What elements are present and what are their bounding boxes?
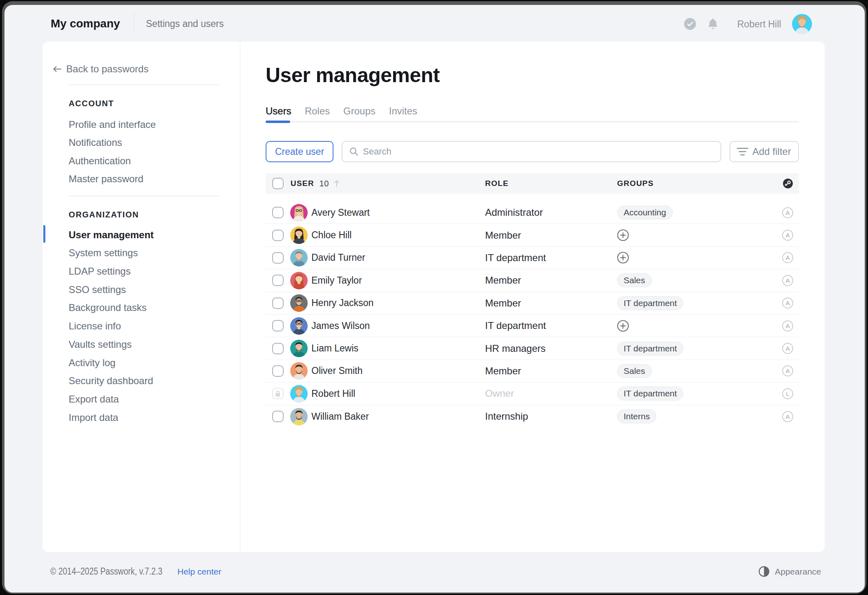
user-name[interactable]: Emily Taylor — [311, 275, 362, 286]
row-checkbox[interactable] — [272, 207, 284, 218]
status-check-icon[interactable] — [684, 18, 696, 30]
table-row[interactable]: Henry JacksonMemberIT departmentA — [266, 292, 799, 315]
add-group-icon[interactable] — [617, 252, 629, 264]
user-role: Member — [485, 298, 521, 309]
table-row[interactable]: Emily TaylorMemberSalesA — [266, 269, 799, 292]
table-row[interactable]: James WilsonIT departmentA — [266, 315, 799, 337]
user-role: IT department — [485, 252, 546, 264]
group-chip[interactable]: IT department — [617, 342, 683, 356]
notifications-bell-icon[interactable] — [707, 17, 719, 30]
back-label: Back to passwords — [66, 63, 148, 75]
sidebar-item-master-password[interactable]: Master password — [69, 173, 143, 185]
table-row[interactable]: Avery StewartAdministratorAccountingA — [266, 201, 799, 224]
tab-invites[interactable]: Invites — [389, 105, 417, 118]
search-input[interactable]: Search — [342, 141, 721, 162]
active-item-indicator — [43, 225, 45, 243]
group-chip[interactable]: Sales — [617, 273, 652, 287]
add-filter-button[interactable]: Add filter — [729, 141, 799, 162]
user-name[interactable]: Henry Jackson — [311, 298, 374, 309]
user-avatar — [290, 317, 308, 335]
column-role[interactable]: ROLE — [485, 179, 509, 188]
user-groups: IT department — [617, 342, 683, 356]
window-frame: My company Settings and users Robert Hil… — [2, 1, 866, 594]
row-checkbox[interactable] — [272, 275, 284, 286]
back-to-passwords-link[interactable]: Back to passwords — [53, 63, 148, 75]
page-title: User management — [266, 63, 440, 87]
add-group-icon[interactable] — [617, 229, 629, 241]
group-chip[interactable]: IT department — [617, 296, 683, 310]
topbar-avatar[interactable] — [792, 14, 812, 34]
sidebar-item-profile-and-interface[interactable]: Profile and interface — [69, 119, 156, 130]
user-avatar — [290, 385, 308, 403]
user-name[interactable]: David Turner — [311, 252, 365, 263]
group-chip[interactable]: Interns — [617, 409, 656, 423]
user-groups: IT department — [617, 387, 683, 400]
table-row[interactable]: Liam LewisHR managersIT departmentA — [266, 337, 799, 360]
sidebar-item-user-management[interactable]: User management — [69, 229, 154, 241]
user-name[interactable]: Liam Lewis — [311, 343, 358, 354]
sidebar-item-vaults-settings[interactable]: Vaults settings — [69, 339, 132, 350]
auth-type-badge: A — [782, 252, 793, 263]
group-chip[interactable]: IT department — [617, 387, 683, 400]
topbar-username[interactable]: Robert Hill — [737, 19, 781, 30]
sidebar-item-security-dashboard[interactable]: Security dashboard — [69, 375, 153, 387]
table-row[interactable]: Robert HillOwnerIT departmentL — [266, 382, 799, 405]
table-body: Avery StewartAdministratorAccountingAChl… — [266, 201, 799, 428]
group-chip[interactable]: Accounting — [617, 206, 673, 219]
user-role: Internship — [485, 411, 528, 422]
add-group-icon[interactable] — [617, 320, 629, 332]
user-role: Member — [485, 365, 521, 377]
auth-type-badge: A — [782, 275, 793, 286]
sidebar-item-authentication[interactable]: Authentication — [69, 155, 131, 167]
column-groups[interactable]: GROUPS — [617, 179, 654, 188]
sidebar-item-import-data[interactable]: Import data — [69, 412, 118, 423]
select-all-checkbox[interactable] — [272, 178, 284, 189]
auth-type-badge: A — [782, 230, 793, 241]
user-name[interactable]: Avery Stewart — [311, 207, 370, 218]
sidebar-item-sso-settings[interactable]: SSO settings — [69, 284, 126, 295]
key-icon[interactable] — [783, 179, 793, 188]
table-row[interactable]: Chloe HillMemberA — [266, 224, 799, 246]
user-role: Owner — [485, 388, 514, 399]
help-center-link[interactable]: Help center — [177, 567, 221, 577]
user-role: Administrator — [485, 207, 543, 218]
group-chip[interactable]: Sales — [617, 364, 652, 378]
auth-type-badge: A — [782, 298, 793, 309]
table-row[interactable]: William BakerInternshipInternsA — [266, 405, 799, 428]
sidebar-item-export-data[interactable]: Export data — [69, 394, 119, 405]
row-checkbox[interactable] — [272, 298, 284, 309]
tab-roles[interactable]: Roles — [305, 105, 330, 118]
user-name[interactable]: William Baker — [311, 411, 369, 422]
app-window: My company Settings and users Robert Hil… — [4, 5, 865, 593]
table-row[interactable]: Oliver SmithMemberSalesA — [266, 360, 799, 382]
row-checkbox[interactable] — [272, 365, 284, 377]
user-name[interactable]: Chloe Hill — [311, 230, 351, 241]
user-name[interactable]: Robert Hill — [311, 388, 355, 399]
sidebar-item-activity-log[interactable]: Activity log — [69, 357, 116, 369]
sidebar-item-background-tasks[interactable]: Background tasks — [69, 302, 147, 313]
tab-groups[interactable]: Groups — [343, 105, 376, 118]
sidebar-item-ldap-settings[interactable]: LDAP settings — [69, 266, 131, 277]
row-checkbox[interactable] — [272, 411, 284, 422]
sidebar-item-notifications[interactable]: Notifications — [69, 137, 122, 148]
user-name[interactable]: Oliver Smith — [311, 365, 362, 376]
user-name[interactable]: James Wilson — [311, 320, 370, 331]
auth-type-badge: A — [782, 207, 793, 218]
auth-type-badge: A — [782, 365, 793, 376]
create-user-button[interactable]: Create user — [266, 141, 333, 162]
tab-users[interactable]: Users — [266, 105, 291, 118]
sort-ascending-icon[interactable] — [334, 180, 340, 187]
sidebar-item-system-settings[interactable]: System settings — [69, 247, 138, 259]
row-checkbox[interactable] — [272, 320, 284, 331]
table-row[interactable]: David TurnerIT departmentA — [266, 247, 799, 269]
sidebar-item-license-info[interactable]: License info — [69, 320, 121, 332]
column-user[interactable]: USER — [291, 179, 314, 188]
appearance-toggle[interactable]: Appearance — [758, 566, 821, 577]
row-checkbox[interactable] — [272, 252, 284, 264]
row-checkbox[interactable] — [272, 343, 284, 354]
add-filter-label: Add filter — [752, 146, 791, 157]
brand-title: My company — [51, 17, 120, 30]
user-groups — [617, 229, 629, 241]
table-header: USER 10 ROLE GROUPS — [266, 173, 799, 194]
row-checkbox[interactable] — [272, 230, 284, 241]
